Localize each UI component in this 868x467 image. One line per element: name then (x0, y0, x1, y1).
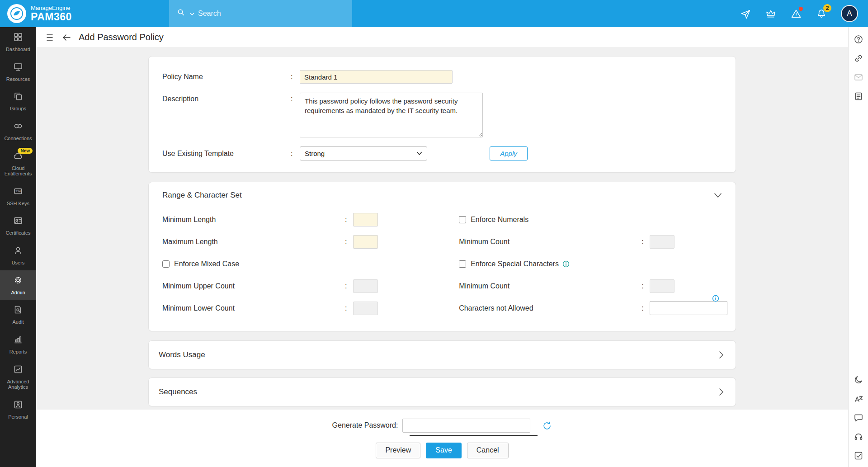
sidebar-label: Certificates (1, 230, 35, 236)
whats-new-icon[interactable] (740, 8, 751, 19)
sidebar-item-certificates[interactable]: Certificates (0, 211, 36, 241)
topbar-actions: 2 A (740, 5, 868, 22)
enforce-special-characters-checkbox[interactable] (459, 260, 466, 268)
admin-gear-icon (13, 275, 23, 287)
policy-name-input[interactable] (300, 70, 453, 84)
minimum-length-input[interactable] (353, 213, 378, 226)
special-min-count-input[interactable] (650, 279, 675, 293)
sidebar-label: Admin (1, 290, 35, 296)
colon-separator: : (345, 282, 353, 290)
words-usage-title: Words Usage (159, 350, 205, 359)
sidebar-label: Groups (1, 106, 35, 112)
sequences-title: Sequences (159, 387, 197, 396)
enforce-numerals-checkbox[interactable] (459, 216, 466, 223)
feedback-chat-icon[interactable] (854, 413, 863, 423)
enforce-mixed-case-checkbox[interactable] (162, 260, 170, 268)
audit-icon (13, 305, 23, 316)
sidebar-label: Cloud Entitlements (1, 165, 35, 177)
global-search[interactable] (169, 0, 352, 27)
link-icon[interactable] (854, 53, 863, 63)
sidebar-item-audit[interactable]: Audit (0, 300, 36, 330)
topbar: ManageEngine PAM360 (0, 0, 868, 27)
sidebar-item-advanced-analytics[interactable]: Advanced Analytics (0, 359, 36, 395)
chevron-down-icon[interactable] (714, 193, 722, 198)
menu-toggle-icon[interactable] (46, 33, 56, 42)
minimum-upper-count-input[interactable] (353, 279, 378, 293)
generate-password-input[interactable] (402, 419, 530, 433)
colon-separator: : (291, 150, 300, 158)
user-avatar[interactable]: A (841, 5, 858, 22)
alerts-icon[interactable] (790, 8, 802, 19)
special-characters-info-icon[interactable] (562, 260, 570, 268)
search-input[interactable] (198, 9, 325, 18)
sidebar-item-admin[interactable]: Admin (0, 270, 36, 300)
minimum-lower-count-input[interactable] (353, 302, 378, 315)
manageengine-logo (7, 4, 26, 23)
resources-icon (13, 62, 23, 74)
preview-button[interactable]: Preview (376, 443, 420, 458)
enforce-mixed-case-label: Enforce Mixed Case (174, 260, 239, 268)
sidebar-item-ssh-keys[interactable]: SSH SSH Keys (0, 181, 36, 211)
sidebar-label: Advanced Analytics (1, 379, 35, 390)
sidebar-label: Audit (1, 319, 35, 325)
resource-notes-icon[interactable] (854, 91, 863, 101)
save-button[interactable]: Save (426, 443, 461, 458)
chevron-right-icon (719, 351, 724, 359)
sidebar-item-resources[interactable]: Resources (0, 57, 36, 87)
minimum-length-label: Minimum Length (162, 216, 345, 224)
colon-separator: : (345, 304, 353, 312)
sidebar-item-users[interactable]: Users (0, 241, 36, 270)
brand[interactable]: ManageEngine PAM360 (0, 4, 169, 23)
colon-separator: : (345, 238, 353, 246)
footer-bar: Generate Password: Preview Save Cancel (36, 410, 848, 467)
app-window: ManageEngine PAM360 (0, 0, 868, 467)
certificates-icon (13, 216, 23, 227)
maximum-length-label: Maximum Length (162, 238, 345, 246)
sidebar-item-dashboard[interactable]: Dashboard (0, 27, 36, 57)
alert-dot (799, 7, 803, 11)
support-headset-icon[interactable] (854, 432, 863, 442)
notification-count-badge: 2 (823, 4, 831, 12)
sidebar-item-cloud-entitlements[interactable]: New Cloud Entitlements (0, 146, 36, 181)
sidebar-label: Reports (1, 349, 35, 355)
sidebar-item-connections[interactable]: Connections (0, 116, 36, 146)
brand-manageengine: ManageEngine (31, 5, 72, 11)
search-icon (176, 8, 186, 19)
template-select[interactable]: Strong (300, 146, 427, 160)
enforce-special-characters-label: Enforce Special Characters (471, 260, 559, 268)
sidebar: Dashboard Resources Groups Connections N… (0, 27, 36, 467)
search-scope-caret-icon[interactable] (190, 9, 194, 18)
numerals-min-count-input[interactable] (650, 235, 675, 249)
tasks-checklist-icon[interactable] (854, 451, 863, 461)
generate-password-icon[interactable] (542, 419, 552, 433)
help-icon[interactable] (854, 34, 863, 44)
sidebar-label: Resources (1, 76, 35, 82)
range-charset-header[interactable]: Range & Character Set (162, 182, 722, 208)
sequences-card[interactable]: Sequences (148, 377, 736, 406)
dark-mode-moon-icon[interactable] (854, 375, 863, 385)
svg-text:SSH: SSH (15, 190, 21, 193)
sidebar-label: Connections (1, 136, 35, 142)
back-arrow-icon[interactable] (61, 33, 71, 42)
cancel-button[interactable]: Cancel (467, 443, 509, 458)
range-charset-card: Range & Character Set Minimum Length : E… (148, 182, 736, 331)
words-usage-card[interactable]: Words Usage (148, 340, 736, 369)
page-title: Add Password Policy (79, 32, 164, 42)
translate-icon[interactable] (854, 394, 863, 404)
description-textarea[interactable]: This password policy follows the passwor… (300, 93, 483, 137)
sidebar-label: Users (1, 260, 35, 266)
enforce-numerals-label: Enforce Numerals (471, 216, 528, 224)
sidebar-item-personal[interactable]: Personal (0, 395, 36, 425)
page-header: Add Password Policy (36, 27, 848, 48)
notifications-bell-icon[interactable]: 2 (816, 8, 827, 19)
maximum-length-input[interactable] (353, 235, 378, 249)
license-crown-icon[interactable] (765, 8, 777, 19)
dashboard-icon (13, 32, 23, 44)
sidebar-item-reports[interactable]: Reports (0, 330, 36, 359)
apply-button[interactable]: Apply (490, 146, 528, 160)
sidebar-label: Personal (1, 414, 35, 420)
mail-icon[interactable] (854, 72, 863, 82)
scroll-area: Policy Name : Description : This passwor… (36, 48, 848, 410)
sidebar-item-groups[interactable]: Groups (0, 86, 36, 116)
characters-not-allowed-info-icon[interactable] (712, 295, 719, 304)
